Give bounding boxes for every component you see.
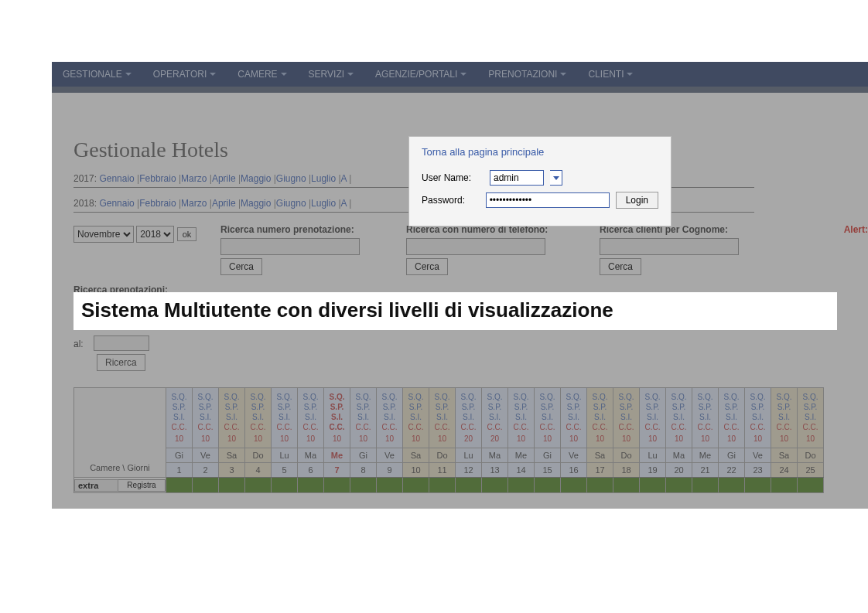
ricerca-button[interactable]: Ricerca	[97, 354, 145, 371]
month-select[interactable]: Novembre	[73, 226, 134, 243]
day-link[interactable]: S.P.	[458, 402, 479, 412]
day-link[interactable]: C.C.	[353, 422, 374, 432]
calendar-slot[interactable]	[403, 478, 429, 493]
day-link[interactable]: C.C.	[642, 422, 663, 432]
day-link[interactable]: S.I.	[563, 412, 584, 422]
day-link[interactable]: S.P.	[695, 402, 716, 412]
day-link[interactable]: S.Q.	[326, 392, 347, 402]
year-select[interactable]: 2018	[136, 226, 174, 243]
day-link[interactable]: C.C.	[458, 422, 479, 432]
day-link[interactable]: C.C.	[537, 422, 558, 432]
calendar-slot[interactable]	[508, 478, 535, 493]
day-link[interactable]: S.P.	[484, 402, 505, 412]
day-link[interactable]: S.Q.	[774, 392, 795, 402]
registra-button[interactable]: Registra	[118, 479, 165, 491]
calendar-slot[interactable]	[429, 478, 456, 493]
search-booking-input[interactable]	[220, 238, 360, 255]
day-link[interactable]: S.Q.	[695, 392, 716, 402]
date-to-input[interactable]	[94, 335, 149, 351]
day-link[interactable]: S.P.	[800, 402, 821, 412]
day-link[interactable]: C.C.	[721, 422, 742, 432]
calendar-slot[interactable]	[561, 478, 587, 493]
calendar-slot[interactable]	[535, 478, 561, 493]
ok-button[interactable]: ok	[177, 227, 197, 241]
back-to-main-link[interactable]: Torna alla pagina principale	[422, 146, 658, 158]
login-button[interactable]: Login	[616, 192, 658, 209]
day-link[interactable]: S.P.	[274, 402, 295, 412]
month-link[interactable]: Febbraio	[139, 198, 176, 209]
day-link[interactable]: C.C.	[668, 422, 689, 432]
day-link[interactable]: S.Q.	[353, 392, 374, 402]
day-link[interactable]: C.C.	[484, 422, 505, 432]
month-link[interactable]: Marzo	[181, 173, 207, 184]
day-link[interactable]: S.I.	[484, 412, 505, 422]
day-link[interactable]: S.Q.	[379, 392, 400, 402]
day-link[interactable]: S.I.	[405, 412, 426, 422]
day-link[interactable]: S.Q.	[511, 392, 531, 402]
calendar-slot[interactable]	[272, 478, 298, 493]
day-link[interactable]: S.P.	[537, 402, 558, 412]
day-link[interactable]: S.Q.	[248, 392, 268, 402]
day-link[interactable]: S.P.	[747, 402, 768, 412]
day-link[interactable]: S.Q.	[432, 392, 453, 402]
month-link[interactable]: Luglio	[311, 173, 336, 184]
nav-item-operatori[interactable]: OPERATORI	[142, 63, 227, 86]
calendar-slot[interactable]	[587, 478, 613, 493]
day-link[interactable]: S.I.	[537, 412, 558, 422]
calendar-slot[interactable]	[193, 478, 219, 493]
day-link[interactable]: S.P.	[221, 402, 242, 412]
calendar-slot[interactable]	[613, 478, 640, 493]
day-link[interactable]: S.Q.	[300, 392, 321, 402]
day-link[interactable]: S.Q.	[747, 392, 768, 402]
day-link[interactable]: S.P.	[379, 402, 400, 412]
day-link[interactable]: S.P.	[432, 402, 453, 412]
month-link[interactable]: Febbraio	[139, 173, 176, 184]
day-link[interactable]: C.C.	[774, 422, 795, 432]
day-link[interactable]: S.I.	[221, 412, 242, 422]
month-link[interactable]: Gennaio	[99, 198, 134, 209]
day-link[interactable]: S.P.	[774, 402, 795, 412]
day-link[interactable]: C.C.	[300, 422, 321, 432]
day-link[interactable]: S.Q.	[589, 392, 610, 402]
day-link[interactable]: S.I.	[589, 412, 610, 422]
day-link[interactable]: S.I.	[248, 412, 268, 422]
username-dropdown-toggle[interactable]	[550, 170, 562, 186]
day-link[interactable]: C.C.	[589, 422, 610, 432]
day-link[interactable]: S.Q.	[800, 392, 821, 402]
day-link[interactable]: S.Q.	[721, 392, 742, 402]
day-link[interactable]: S.I.	[300, 412, 321, 422]
day-link[interactable]: S.I.	[721, 412, 742, 422]
day-link[interactable]: S.P.	[721, 402, 742, 412]
day-link[interactable]: S.Q.	[274, 392, 295, 402]
search-surname-button[interactable]: Cerca	[600, 258, 641, 275]
month-link[interactable]: Giugno	[276, 198, 306, 209]
day-link[interactable]: S.I.	[668, 412, 689, 422]
day-link[interactable]: S.I.	[379, 412, 400, 422]
day-link[interactable]: C.C.	[195, 422, 216, 432]
day-link[interactable]: C.C.	[432, 422, 453, 432]
day-link[interactable]: C.C.	[248, 422, 268, 432]
calendar-slot[interactable]	[377, 478, 403, 493]
day-link[interactable]: S.I.	[747, 412, 768, 422]
day-link[interactable]: S.P.	[405, 402, 426, 412]
day-link[interactable]: S.I.	[432, 412, 453, 422]
calendar-slot[interactable]	[692, 478, 719, 493]
day-link[interactable]: C.C.	[695, 422, 716, 432]
month-link[interactable]: Maggio	[241, 173, 271, 184]
month-link[interactable]: Aprile	[212, 173, 236, 184]
calendar-slot[interactable]	[245, 478, 272, 493]
day-link[interactable]: S.Q.	[405, 392, 426, 402]
day-link[interactable]: S.P.	[589, 402, 610, 412]
day-link[interactable]: S.P.	[353, 402, 374, 412]
day-link[interactable]: S.P.	[169, 402, 190, 412]
calendar-slot[interactable]	[166, 478, 193, 493]
month-link[interactable]: Gennaio	[99, 173, 134, 184]
nav-item-camere[interactable]: CAMERE	[227, 63, 297, 86]
day-link[interactable]: S.Q.	[458, 392, 479, 402]
day-link[interactable]: S.P.	[563, 402, 584, 412]
calendar-slot[interactable]	[456, 478, 482, 493]
day-link[interactable]: S.I.	[274, 412, 295, 422]
calendar-slot[interactable]	[324, 478, 350, 493]
username-input[interactable]	[490, 170, 544, 186]
calendar-slot[interactable]	[771, 478, 798, 493]
